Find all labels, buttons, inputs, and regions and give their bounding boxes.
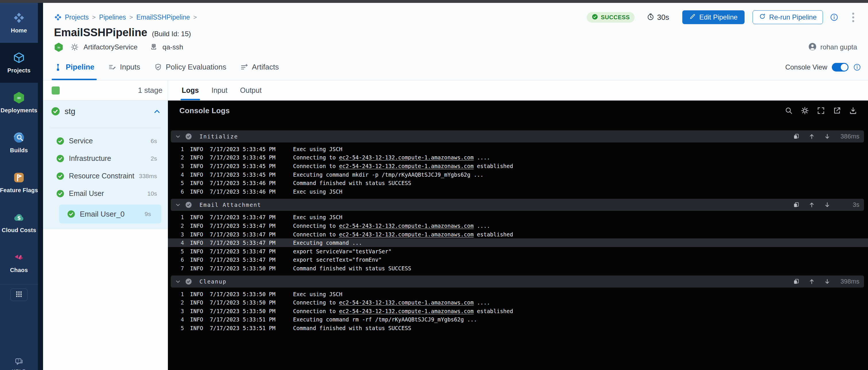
log-level: INFO: [190, 299, 203, 306]
pipeline-tags: ∞ ArtifactoryService qa-ssh: [54, 42, 183, 52]
section-header-initialize[interactable]: Initialize386ms: [171, 131, 864, 142]
scroll-up-icon[interactable]: [808, 278, 815, 285]
step-row-email-user[interactable]: Email User10s: [43, 185, 167, 202]
log-line: 2INFO7/17/2023 5:33:50 PMConnecting to e…: [168, 298, 868, 307]
section-header-email-attachment[interactable]: Email Attachment3s: [171, 199, 864, 211]
download-icon[interactable]: [849, 106, 857, 115]
chevron-down-icon[interactable]: [175, 133, 181, 140]
log-host-link[interactable]: ec2-54-243-12-132.compute-1.amazonaws.co…: [339, 223, 474, 229]
browser-top-strip: [0, 0, 868, 3]
sidebar-item-chaos[interactable]: Chaos: [0, 243, 38, 282]
copy-icon[interactable]: [793, 278, 800, 285]
sidebar-item-cloud-costs[interactable]: $Cloud Costs: [0, 202, 38, 243]
scroll-down-icon[interactable]: [824, 278, 831, 285]
log-host-link[interactable]: ec2-54-243-12-132.compute-1.amazonaws.co…: [339, 231, 474, 237]
svg-text:$: $: [17, 215, 21, 221]
tab-artifacts[interactable]: Artifacts: [240, 54, 279, 80]
stage-panel: 1 stage stg Service6sInfrastructure2sRes…: [43, 80, 168, 370]
chevron-up-icon[interactable]: [153, 108, 161, 115]
log-tab-logs[interactable]: Logs: [182, 80, 199, 100]
edit-pipeline-button[interactable]: Edit Pipeline: [682, 10, 744, 24]
log-message: Command finished with status SUCCESS: [293, 325, 411, 331]
log-line-number: 5: [172, 180, 184, 186]
section-lines: 1INFO7/17/2023 5:33:45 PMExec using JSCH…: [168, 142, 868, 199]
tab-pipeline[interactable]: Pipeline: [54, 54, 94, 80]
step-row-resource-constraint[interactable]: Resource Constraint338ms: [43, 167, 167, 185]
log-line: 5INFO7/17/2023 5:33:47 PMexport ServiceV…: [168, 247, 868, 256]
log-line-number: 4: [172, 316, 184, 322]
sidebar-item-label: Deployments: [1, 107, 37, 114]
feature-flags-icon: [13, 171, 25, 183]
log-tab-input[interactable]: Input: [212, 80, 228, 100]
console-view-toggle[interactable]: [832, 63, 848, 72]
breadcrumb-link-emailsshpipeline[interactable]: EmailSSHPipeline: [136, 13, 190, 21]
log-host-link[interactable]: ec2-54-243-12-132.compute-1.amazonaws.co…: [339, 163, 474, 169]
log-timestamp: 7/17/2023 5:33:47 PM: [210, 257, 279, 263]
log-line: 4INFO7/17/2023 5:33:45 PMExecuting comma…: [168, 170, 868, 179]
log-line-number: 6: [172, 257, 184, 263]
breadcrumb-link-pipelines[interactable]: Pipelines: [99, 13, 126, 21]
fullscreen-icon[interactable]: [817, 106, 825, 115]
copy-icon[interactable]: [793, 133, 800, 140]
more-options-menu[interactable]: [850, 11, 857, 23]
section-header-cleanup[interactable]: Cleanup398ms: [171, 276, 864, 288]
module-selector-button[interactable]: [10, 288, 28, 301]
scroll-down-icon[interactable]: [824, 133, 831, 140]
logs-panel: LogsInputOutput Console Logs Initialize3…: [168, 80, 868, 370]
breadcrumb-link-projects[interactable]: Projects: [65, 13, 89, 21]
log-section-initialize: Initialize386ms1INFO7/17/2023 5:33:45 PM…: [168, 131, 868, 199]
scroll-up-icon[interactable]: [808, 201, 815, 208]
log-tab-output[interactable]: Output: [240, 80, 261, 100]
log-message: Exec using JSCH: [293, 146, 342, 152]
stage-status-square: [52, 86, 60, 94]
log-host-link[interactable]: ec2-54-243-12-132.compute-1.amazonaws.co…: [339, 308, 474, 314]
log-line: 3INFO7/17/2023 5:33:45 PMConnection to e…: [168, 162, 868, 170]
log-timestamp: 7/17/2023 5:33:45 PM: [210, 146, 279, 152]
svg-text:∞: ∞: [57, 45, 61, 50]
step-row-infrastructure[interactable]: Infrastructure2s: [43, 150, 167, 167]
gear-icon[interactable]: [801, 106, 809, 115]
open-in-new-icon[interactable]: [833, 106, 841, 115]
status-badge: SUCCESS: [587, 12, 634, 23]
console-view-info-icon[interactable]: [853, 63, 861, 71]
page-title: EmailSSHPipeline: [54, 26, 147, 39]
tab-policy-evaluations[interactable]: Policy Evaluations: [154, 54, 226, 80]
rerun-info-icon[interactable]: [830, 13, 838, 22]
step-list: Service6sInfrastructure2sResource Constr…: [43, 128, 167, 224]
scroll-down-icon[interactable]: [824, 201, 831, 208]
stage-row-stg[interactable]: stg: [43, 101, 167, 122]
scroll-up-icon[interactable]: [808, 133, 815, 140]
sidebar-item-projects[interactable]: Projects: [0, 43, 38, 83]
log-message: Connecting to ec2-54-243-12-132.compute-…: [293, 154, 490, 161]
header-row-tabs: PipelineInputsPolicy EvaluationsArtifact…: [43, 54, 868, 80]
step-success-icon: [185, 133, 192, 140]
chevron-down-icon[interactable]: [175, 202, 181, 208]
policy-tab-icon: [154, 63, 162, 71]
rerun-pipeline-button[interactable]: Re-run Pipeline: [753, 10, 823, 24]
search-icon[interactable]: [784, 106, 793, 115]
log-host-link[interactable]: ec2-54-243-12-132.compute-1.amazonaws.co…: [339, 154, 474, 161]
sidebar-item-builds[interactable]: Builds: [0, 123, 38, 163]
log-timestamp: 7/17/2023 5:33:46 PM: [210, 180, 279, 186]
sidebar-item-deployments[interactable]: ∞Deployments: [0, 83, 38, 123]
log-host-link[interactable]: ec2-54-243-12-132.compute-1.amazonaws.co…: [339, 299, 474, 306]
user-block[interactable]: rohan gupta: [808, 42, 857, 52]
help-button[interactable]: ? HELP: [0, 358, 38, 370]
sidebar-item-home[interactable]: Home: [0, 3, 38, 43]
log-message: Exec using JSCH: [293, 214, 342, 220]
step-row-email-user-0[interactable]: Email User_09s: [59, 204, 161, 224]
sidebar: HomeProjects∞DeploymentsBuildsFeature Fl…: [0, 3, 38, 370]
tab-inputs[interactable]: Inputs: [108, 54, 141, 80]
copy-icon[interactable]: [793, 201, 800, 208]
log-level: INFO: [190, 308, 203, 314]
section-duration: 3s: [839, 201, 859, 208]
console-toolbar: [784, 106, 857, 115]
log-line: 1INFO7/17/2023 5:33:45 PMExec using JSCH: [168, 145, 868, 153]
log-line-number: 3: [172, 308, 184, 314]
step-row-service[interactable]: Service6s: [43, 132, 167, 150]
chevron-down-icon[interactable]: [175, 278, 181, 285]
log-level: INFO: [190, 316, 203, 322]
header-row-title: EmailSSHPipeline (Build Id: 15): [43, 25, 868, 40]
step-success-icon: [185, 278, 192, 285]
sidebar-item-feature-flags[interactable]: Feature Flags: [0, 163, 38, 202]
